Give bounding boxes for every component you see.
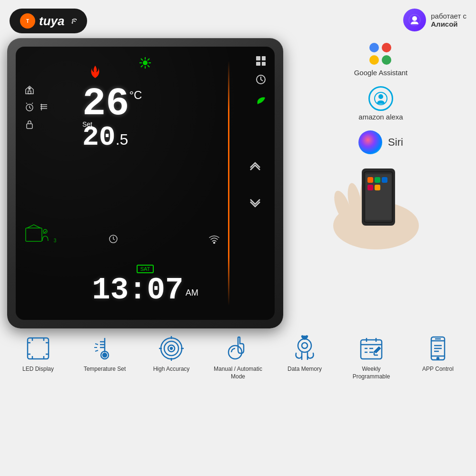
set-temp-decimal: .5	[116, 131, 129, 149]
thermostat-device: 26 °C 20 .5 Set	[7, 38, 283, 328]
siri-label: Siri	[388, 136, 403, 149]
thermostat-outer: 26 °C 20 .5 Set	[7, 38, 283, 328]
home-icon-row[interactable]	[24, 85, 35, 95]
feature-manual-auto: Manual / Automatic Mode	[209, 334, 267, 380]
features-section: LED Display Temperature Set	[0, 328, 476, 384]
sun-icon[interactable]	[139, 56, 152, 71]
feature-weekly-programmable: Weekly Programmable	[343, 334, 400, 380]
svg-rect-27	[26, 228, 42, 241]
svg-point-5	[143, 60, 148, 65]
google-assistant-label: Google Assistant	[354, 69, 408, 77]
high-accuracy-icon	[157, 334, 186, 363]
thermostat-screen: 26 °C 20 .5 Set	[16, 47, 275, 320]
left-icons-column	[24, 85, 49, 129]
led-display-label: LED Display	[22, 366, 54, 373]
day-badge: SAT	[137, 265, 154, 273]
svg-point-60	[103, 353, 107, 357]
svg-point-90	[437, 357, 439, 359]
feature-temperature-set: Temperature Set	[76, 334, 133, 373]
flame-icon	[89, 66, 101, 83]
svg-line-10	[141, 59, 143, 60]
svg-text:T: T	[26, 19, 29, 24]
chevron-down-button[interactable]	[249, 199, 261, 211]
temperature-set-label: Temperature Set	[84, 366, 126, 373]
google-blue-dot	[369, 43, 379, 52]
clock-display: SAT 13:07 AM	[16, 264, 275, 306]
home-away-icon[interactable]: 3	[25, 224, 56, 244]
amazon-alexa-section: amazon alexa	[358, 86, 403, 121]
svg-rect-41	[367, 177, 373, 183]
svg-point-26	[214, 242, 215, 244]
tuya-brand-name: tuya	[39, 14, 64, 29]
google-red-dot	[382, 43, 391, 52]
high-accuracy-label: High Accuracy	[153, 366, 190, 373]
temp-unit: °C	[129, 89, 142, 102]
svg-rect-43	[382, 177, 387, 183]
svg-line-11	[148, 65, 149, 67]
svg-point-4	[412, 16, 417, 21]
phone-hand-illustration	[314, 159, 447, 254]
feature-app-control: APP Control	[409, 334, 466, 373]
svg-line-12	[148, 59, 149, 60]
chevron-up-button[interactable]	[249, 161, 261, 173]
google-assistant-icon	[369, 43, 392, 66]
tuya-logo: T tuya	[10, 9, 87, 33]
svg-line-63	[95, 350, 98, 351]
svg-rect-24	[27, 124, 32, 129]
alarm-icon-row[interactable]	[24, 102, 49, 112]
google-green-dot	[382, 55, 391, 65]
main-content: 26 °C 20 .5 Set	[0, 38, 476, 328]
weekly-programmable-label: Weekly Programmable	[343, 366, 400, 380]
assistant-logos: Google Assistant amazon alexa Siri	[293, 38, 469, 254]
svg-point-30	[378, 94, 383, 99]
temperature-display: 26 °C 20 .5	[82, 85, 142, 151]
lock-icon-row[interactable]	[24, 119, 35, 129]
feature-high-accuracy: High Accuracy	[143, 334, 200, 373]
right-panel: Google Assistant amazon alexa Siri	[293, 38, 469, 328]
current-temp: 26	[82, 85, 129, 124]
alexa-label: amazon alexa	[358, 113, 403, 121]
data-memory-icon	[290, 334, 319, 363]
leaf-icon	[256, 96, 266, 109]
google-assistant-section: Google Assistant	[354, 43, 408, 77]
svg-point-16	[29, 88, 30, 89]
svg-rect-42	[375, 177, 380, 183]
svg-rect-15	[28, 91, 31, 94]
tuya-logo-icon: T	[20, 13, 35, 29]
feature-data-memory: Data Memory	[276, 334, 333, 373]
set-label: Set	[82, 120, 92, 128]
svg-line-18	[26, 103, 27, 104]
svg-point-74	[302, 343, 307, 348]
temperature-set-icon	[90, 334, 119, 363]
svg-point-72	[228, 346, 242, 359]
feature-led-display: LED Display	[10, 334, 67, 373]
weekly-programmable-icon	[357, 334, 386, 363]
svg-point-2	[72, 22, 73, 23]
svg-line-19	[32, 103, 33, 104]
time-period: AM	[186, 288, 198, 298]
alice-text: работает с Алисой	[431, 12, 466, 28]
top-header: T tuya работает с Алисой	[0, 0, 476, 38]
manual-auto-label: Manual / Automatic Mode	[209, 366, 267, 380]
svg-line-13	[141, 65, 143, 67]
current-time: 13:07	[92, 273, 183, 307]
svg-point-73	[298, 339, 311, 352]
data-memory-label: Data Memory	[288, 366, 322, 373]
svg-point-67	[170, 347, 172, 349]
app-control-icon	[424, 334, 452, 363]
alice-badge: работает с Алисой	[403, 9, 466, 31]
clock-bottom-icon[interactable]	[108, 234, 119, 246]
alice-icon	[403, 9, 426, 31]
tuya-wifi-icon	[68, 17, 77, 25]
app-control-label: APP Control	[422, 366, 454, 373]
google-yellow-dot	[369, 55, 379, 65]
grid-menu-icon[interactable]	[256, 56, 266, 66]
svg-rect-45	[375, 185, 380, 190]
wifi-icon	[208, 234, 220, 246]
svg-rect-44	[367, 185, 373, 190]
clock-icon-right[interactable]	[256, 74, 266, 87]
led-display-icon	[24, 334, 52, 363]
siri-icon	[358, 130, 382, 154]
svg-rect-46	[28, 338, 49, 359]
svg-line-61	[95, 344, 98, 345]
